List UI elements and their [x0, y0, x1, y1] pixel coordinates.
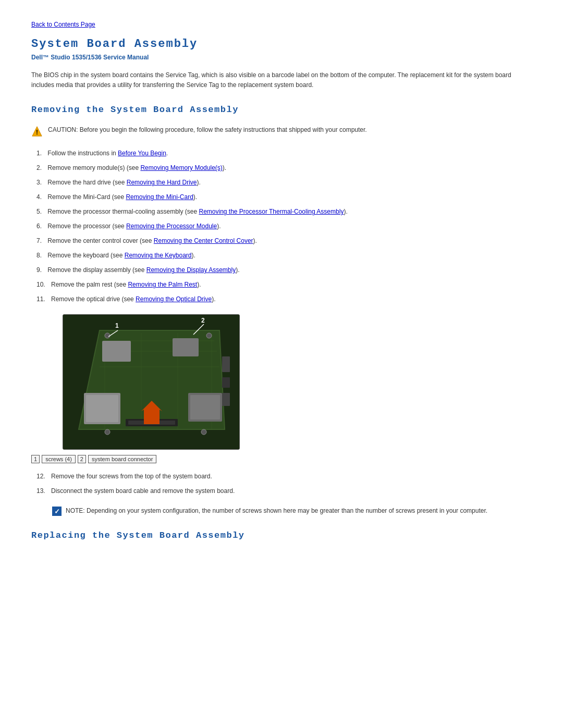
- removing-palm-rest-link[interactable]: Removing the Palm Rest: [128, 281, 197, 288]
- svg-point-23: [206, 333, 212, 338]
- svg-rect-28: [222, 356, 230, 372]
- step-1: 1. Follow the instructions in Before You…: [31, 149, 532, 158]
- svg-rect-13: [102, 341, 131, 362]
- step-4: 4. Remove the Mini-Card (see Removing th…: [31, 192, 532, 202]
- step-11: 11. Remove the optical drive (see Removi…: [31, 294, 532, 304]
- removing-center-cover-link[interactable]: Removing the Center Control Cover: [154, 237, 253, 244]
- step-7: 7. Remove the center control cover (see …: [31, 236, 532, 245]
- svg-rect-16: [190, 395, 220, 419]
- note-text: NOTE: Depending on your system configura…: [66, 506, 487, 515]
- legend-num-2: 2: [78, 455, 86, 463]
- step-8: 8. Remove the keyboard (see Removing the…: [31, 251, 532, 260]
- removing-display-link[interactable]: Removing the Display Assembly: [146, 266, 236, 274]
- step12-text: Remove the four screws from the top of t…: [51, 473, 212, 480]
- removing-processor-link[interactable]: Removing the Processor Module: [126, 223, 217, 230]
- svg-rect-12: [86, 395, 118, 422]
- board-svg: 1 2: [63, 315, 240, 450]
- removing-memory-link[interactable]: Removing Memory Module(s): [140, 164, 222, 171]
- legend-num-1: 1: [31, 455, 40, 463]
- note-box: ✓ NOTE: Depending on your system configu…: [52, 506, 532, 516]
- step-2: 2. Remove memory module(s) (see Removing…: [31, 163, 532, 172]
- svg-rect-29: [222, 377, 230, 388]
- caution-icon: !: [31, 126, 43, 137]
- section2-title: Replacing the System Board Assembly: [31, 530, 532, 540]
- svg-point-20: [105, 429, 110, 435]
- removing-hard-drive-link[interactable]: Removing the Hard Drive: [127, 179, 197, 186]
- step-5: 5. Remove the processor thermal-cooling …: [31, 207, 532, 216]
- svg-text:1: 1: [115, 322, 119, 329]
- intro-text: The BIOS chip in the system board contai…: [31, 70, 532, 90]
- legend-label-connector: system board connector: [88, 455, 156, 463]
- back-to-contents-link[interactable]: Back to Contents Page: [31, 21, 532, 28]
- removing-keyboard-link[interactable]: Removing the Keyboard: [125, 252, 192, 259]
- note-icon: ✓: [52, 507, 62, 516]
- removing-thermal-link[interactable]: Removing the Processor Thermal-Cooling A…: [199, 208, 344, 215]
- svg-text:2: 2: [201, 317, 205, 324]
- step-13: 13. Disconnect the system board cable an…: [31, 486, 532, 496]
- caution-text: CAUTION: Before you begin the following …: [48, 125, 367, 134]
- step-3: 3. Remove the hard drive (see Removing t…: [31, 178, 532, 187]
- svg-rect-30: [222, 393, 230, 406]
- svg-point-22: [105, 333, 110, 338]
- section1-title: Removing the System Board Assembly: [31, 105, 532, 115]
- diagram-container: 1 2: [63, 314, 240, 450]
- svg-rect-14: [173, 338, 199, 356]
- step-6: 6. Remove the processor (see Removing th…: [31, 221, 532, 231]
- svg-text:!: !: [36, 129, 38, 137]
- before-you-begin-link[interactable]: Before You Begin: [118, 150, 166, 157]
- removing-mini-card-link[interactable]: Removing the Mini-Card: [126, 193, 193, 201]
- page-title: System Board Assembly: [31, 38, 532, 51]
- subtitle: Dell™ Studio 1535/1536 Service Manual: [31, 54, 532, 61]
- step-12: 12. Remove the four screws from the top …: [31, 472, 532, 481]
- removing-optical-drive-link[interactable]: Removing the Optical Drive: [136, 295, 212, 303]
- legend-box: 1 screws (4) 2 system board connector: [31, 455, 532, 463]
- step-9: 9. Remove the display assembly (see Remo…: [31, 265, 532, 275]
- svg-text:✓: ✓: [54, 508, 60, 515]
- steps-list-continued: 12. Remove the four screws from the top …: [31, 472, 532, 496]
- svg-point-21: [201, 429, 206, 435]
- caution-box: ! CAUTION: Before you begin the followin…: [31, 124, 532, 138]
- note-checkmark-icon: ✓: [52, 507, 62, 516]
- step13-text: Disconnect the system board cable and re…: [51, 487, 235, 495]
- step-10: 10. Remove the palm rest (see Removing t…: [31, 280, 532, 289]
- steps-list: 1. Follow the instructions in Before You…: [31, 149, 532, 304]
- legend-label-screws: screws (4): [42, 455, 76, 463]
- system-board-diagram: 1 2: [63, 314, 240, 450]
